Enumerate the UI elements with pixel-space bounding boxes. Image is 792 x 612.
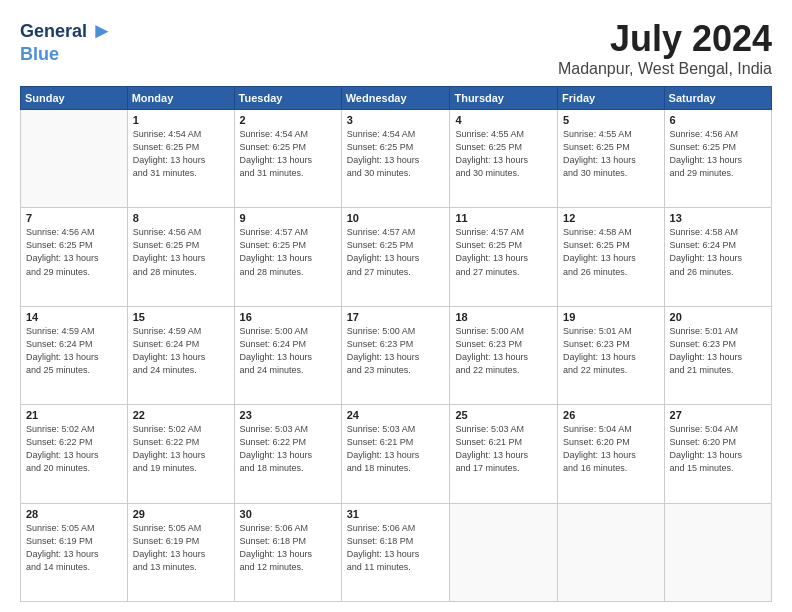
day-info: Sunrise: 4:57 AMSunset: 6:25 PMDaylight:… xyxy=(240,226,336,278)
logo-general: General xyxy=(20,21,87,42)
calendar-week-row: 21Sunrise: 5:02 AMSunset: 6:22 PMDayligh… xyxy=(21,405,772,503)
table-row: 6Sunrise: 4:56 AMSunset: 6:25 PMDaylight… xyxy=(664,110,771,208)
day-info: Sunrise: 5:03 AMSunset: 6:21 PMDaylight:… xyxy=(347,423,445,475)
day-number: 3 xyxy=(347,114,445,126)
day-number: 12 xyxy=(563,212,658,224)
table-row: 14Sunrise: 4:59 AMSunset: 6:24 PMDayligh… xyxy=(21,306,128,404)
day-info: Sunrise: 5:04 AMSunset: 6:20 PMDaylight:… xyxy=(670,423,766,475)
day-number: 2 xyxy=(240,114,336,126)
table-row xyxy=(450,503,558,601)
table-row: 30Sunrise: 5:06 AMSunset: 6:18 PMDayligh… xyxy=(234,503,341,601)
day-info: Sunrise: 5:01 AMSunset: 6:23 PMDaylight:… xyxy=(670,325,766,377)
day-number: 20 xyxy=(670,311,766,323)
table-row: 20Sunrise: 5:01 AMSunset: 6:23 PMDayligh… xyxy=(664,306,771,404)
day-number: 29 xyxy=(133,508,229,520)
table-row: 13Sunrise: 4:58 AMSunset: 6:24 PMDayligh… xyxy=(664,208,771,306)
table-row: 12Sunrise: 4:58 AMSunset: 6:25 PMDayligh… xyxy=(558,208,664,306)
day-info: Sunrise: 5:01 AMSunset: 6:23 PMDaylight:… xyxy=(563,325,658,377)
table-row: 8Sunrise: 4:56 AMSunset: 6:25 PMDaylight… xyxy=(127,208,234,306)
day-info: Sunrise: 5:06 AMSunset: 6:18 PMDaylight:… xyxy=(240,522,336,574)
table-row: 7Sunrise: 4:56 AMSunset: 6:25 PMDaylight… xyxy=(21,208,128,306)
day-info: Sunrise: 4:54 AMSunset: 6:25 PMDaylight:… xyxy=(347,128,445,180)
table-row xyxy=(21,110,128,208)
logo-arrow-icon: ► xyxy=(91,18,113,44)
day-number: 7 xyxy=(26,212,122,224)
table-row: 21Sunrise: 5:02 AMSunset: 6:22 PMDayligh… xyxy=(21,405,128,503)
day-info: Sunrise: 4:59 AMSunset: 6:24 PMDaylight:… xyxy=(26,325,122,377)
day-info: Sunrise: 4:57 AMSunset: 6:25 PMDaylight:… xyxy=(347,226,445,278)
col-friday: Friday xyxy=(558,87,664,110)
table-row: 28Sunrise: 5:05 AMSunset: 6:19 PMDayligh… xyxy=(21,503,128,601)
page-title: July 2024 xyxy=(558,18,772,60)
day-number: 14 xyxy=(26,311,122,323)
table-row: 27Sunrise: 5:04 AMSunset: 6:20 PMDayligh… xyxy=(664,405,771,503)
day-info: Sunrise: 5:00 AMSunset: 6:23 PMDaylight:… xyxy=(347,325,445,377)
table-row: 17Sunrise: 5:00 AMSunset: 6:23 PMDayligh… xyxy=(341,306,450,404)
table-row: 22Sunrise: 5:02 AMSunset: 6:22 PMDayligh… xyxy=(127,405,234,503)
day-info: Sunrise: 5:05 AMSunset: 6:19 PMDaylight:… xyxy=(26,522,122,574)
day-info: Sunrise: 4:57 AMSunset: 6:25 PMDaylight:… xyxy=(455,226,552,278)
day-number: 22 xyxy=(133,409,229,421)
day-number: 23 xyxy=(240,409,336,421)
day-number: 16 xyxy=(240,311,336,323)
page: General ► Blue July 2024 Madanpur, West … xyxy=(0,0,792,612)
col-monday: Monday xyxy=(127,87,234,110)
day-info: Sunrise: 4:59 AMSunset: 6:24 PMDaylight:… xyxy=(133,325,229,377)
col-sunday: Sunday xyxy=(21,87,128,110)
day-number: 13 xyxy=(670,212,766,224)
col-wednesday: Wednesday xyxy=(341,87,450,110)
header: General ► Blue July 2024 Madanpur, West … xyxy=(20,18,772,78)
table-row: 15Sunrise: 4:59 AMSunset: 6:24 PMDayligh… xyxy=(127,306,234,404)
day-info: Sunrise: 5:03 AMSunset: 6:21 PMDaylight:… xyxy=(455,423,552,475)
day-info: Sunrise: 5:00 AMSunset: 6:24 PMDaylight:… xyxy=(240,325,336,377)
col-tuesday: Tuesday xyxy=(234,87,341,110)
day-number: 21 xyxy=(26,409,122,421)
table-row: 10Sunrise: 4:57 AMSunset: 6:25 PMDayligh… xyxy=(341,208,450,306)
day-number: 15 xyxy=(133,311,229,323)
day-info: Sunrise: 4:58 AMSunset: 6:24 PMDaylight:… xyxy=(670,226,766,278)
day-number: 28 xyxy=(26,508,122,520)
day-info: Sunrise: 4:54 AMSunset: 6:25 PMDaylight:… xyxy=(133,128,229,180)
logo: General ► Blue xyxy=(20,18,113,65)
table-row: 18Sunrise: 5:00 AMSunset: 6:23 PMDayligh… xyxy=(450,306,558,404)
table-row: 19Sunrise: 5:01 AMSunset: 6:23 PMDayligh… xyxy=(558,306,664,404)
table-row: 23Sunrise: 5:03 AMSunset: 6:22 PMDayligh… xyxy=(234,405,341,503)
day-info: Sunrise: 4:56 AMSunset: 6:25 PMDaylight:… xyxy=(26,226,122,278)
day-number: 18 xyxy=(455,311,552,323)
calendar-header-row: Sunday Monday Tuesday Wednesday Thursday… xyxy=(21,87,772,110)
day-number: 24 xyxy=(347,409,445,421)
day-number: 17 xyxy=(347,311,445,323)
day-number: 30 xyxy=(240,508,336,520)
day-number: 26 xyxy=(563,409,658,421)
day-info: Sunrise: 4:55 AMSunset: 6:25 PMDaylight:… xyxy=(455,128,552,180)
table-row: 16Sunrise: 5:00 AMSunset: 6:24 PMDayligh… xyxy=(234,306,341,404)
day-number: 11 xyxy=(455,212,552,224)
day-number: 27 xyxy=(670,409,766,421)
day-info: Sunrise: 5:03 AMSunset: 6:22 PMDaylight:… xyxy=(240,423,336,475)
table-row: 4Sunrise: 4:55 AMSunset: 6:25 PMDaylight… xyxy=(450,110,558,208)
day-number: 6 xyxy=(670,114,766,126)
table-row: 11Sunrise: 4:57 AMSunset: 6:25 PMDayligh… xyxy=(450,208,558,306)
day-info: Sunrise: 4:55 AMSunset: 6:25 PMDaylight:… xyxy=(563,128,658,180)
day-number: 19 xyxy=(563,311,658,323)
calendar-week-row: 14Sunrise: 4:59 AMSunset: 6:24 PMDayligh… xyxy=(21,306,772,404)
page-subtitle: Madanpur, West Bengal, India xyxy=(558,60,772,78)
table-row: 9Sunrise: 4:57 AMSunset: 6:25 PMDaylight… xyxy=(234,208,341,306)
day-number: 9 xyxy=(240,212,336,224)
table-row: 3Sunrise: 4:54 AMSunset: 6:25 PMDaylight… xyxy=(341,110,450,208)
table-row: 31Sunrise: 5:06 AMSunset: 6:18 PMDayligh… xyxy=(341,503,450,601)
table-row xyxy=(558,503,664,601)
calendar-table: Sunday Monday Tuesday Wednesday Thursday… xyxy=(20,86,772,602)
calendar-week-row: 28Sunrise: 5:05 AMSunset: 6:19 PMDayligh… xyxy=(21,503,772,601)
day-info: Sunrise: 5:04 AMSunset: 6:20 PMDaylight:… xyxy=(563,423,658,475)
table-row: 1Sunrise: 4:54 AMSunset: 6:25 PMDaylight… xyxy=(127,110,234,208)
day-number: 8 xyxy=(133,212,229,224)
day-info: Sunrise: 4:56 AMSunset: 6:25 PMDaylight:… xyxy=(133,226,229,278)
day-info: Sunrise: 5:05 AMSunset: 6:19 PMDaylight:… xyxy=(133,522,229,574)
title-block: July 2024 Madanpur, West Bengal, India xyxy=(558,18,772,78)
day-number: 5 xyxy=(563,114,658,126)
day-number: 31 xyxy=(347,508,445,520)
day-info: Sunrise: 5:06 AMSunset: 6:18 PMDaylight:… xyxy=(347,522,445,574)
day-number: 25 xyxy=(455,409,552,421)
day-info: Sunrise: 4:54 AMSunset: 6:25 PMDaylight:… xyxy=(240,128,336,180)
